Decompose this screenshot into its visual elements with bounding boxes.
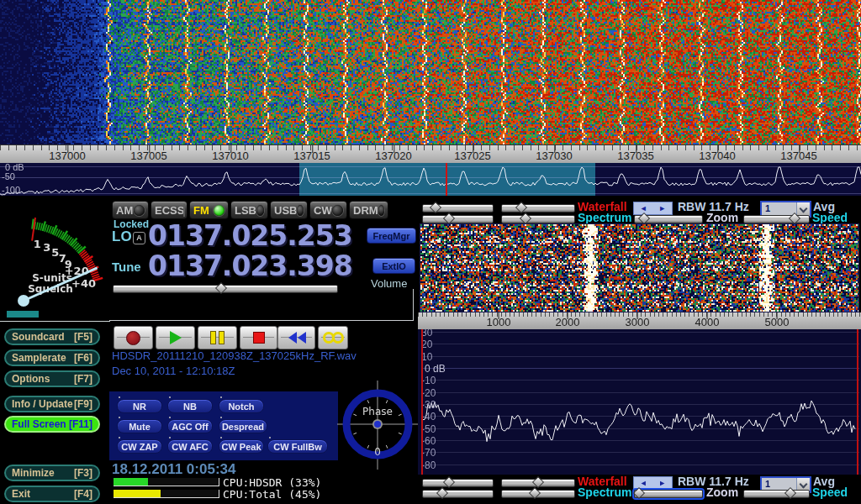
nb-button[interactable]: NB [167, 399, 213, 413]
record-button[interactable] [114, 326, 153, 349]
spectrum-upper-slider-2[interactable] [422, 490, 494, 498]
squelch-slider[interactable] [7, 311, 39, 318]
tune-frequency-display[interactable]: 0137.023.398 [148, 252, 352, 280]
slider-thumb[interactable] [515, 202, 527, 213]
cw-afc-button[interactable]: CW AFC [167, 439, 213, 454]
db-label: -30 [421, 400, 436, 410]
minimize-button[interactable]: Minimize[F3] [4, 465, 100, 481]
button-label: Samplerate [12, 352, 66, 364]
volume-slider[interactable] [113, 285, 338, 293]
mode-fm-button[interactable]: FM [189, 201, 229, 219]
zoom-slider[interactable] [634, 215, 703, 223]
button-label: Minimize [12, 467, 55, 479]
mode-lsb-button[interactable]: LSB [230, 201, 268, 219]
db-label: -100 [2, 186, 20, 195]
cpu-total-bar [114, 490, 219, 498]
mode-am-button[interactable]: AM [112, 201, 149, 219]
slider-thumb[interactable] [436, 487, 448, 499]
exit-button[interactable]: Exit[F4] [4, 486, 100, 502]
mode-usb-button[interactable]: USB [270, 201, 308, 219]
agc-button[interactable]: AGC Off [167, 419, 213, 433]
pause-icon [210, 331, 224, 344]
waterfall-lower-slider[interactable] [501, 204, 575, 213]
slider-thumb[interactable] [443, 476, 455, 488]
cw-zap-button[interactable]: CW ZAP [117, 439, 162, 454]
despread-button[interactable]: Despread [219, 419, 267, 433]
loop-button[interactable] [318, 326, 348, 349]
waterfall-lower-slider-2[interactable] [501, 479, 575, 487]
play-button[interactable] [156, 326, 195, 349]
waterfall-shift-spinner[interactable]: ◄ ► [633, 202, 673, 215]
stop-button[interactable] [240, 326, 277, 349]
divider [0, 321, 110, 322]
cw-fullbw-button[interactable]: CW FullBw [267, 439, 328, 454]
mode-cw-button[interactable]: CW [309, 201, 347, 219]
slider-thumb[interactable] [633, 487, 645, 499]
rewind-button[interactable] [277, 326, 315, 349]
spectrum-label: Spectrum [578, 212, 632, 223]
audio-frequency-scale[interactable]: 1000 2000 3000 4000 5000 [418, 312, 861, 329]
slider-thumb[interactable] [520, 213, 531, 224]
spin-left-icon[interactable]: ◄ [640, 480, 647, 487]
slider-thumb[interactable] [443, 213, 455, 224]
info-update-button[interactable]: Info / Update[F9] [4, 396, 100, 412]
rf-spectrum-display[interactable]: 0 dB -50 -100 [0, 163, 861, 196]
pause-button[interactable] [198, 326, 237, 349]
audio-scale-tick: 4000 [695, 316, 720, 328]
waterfall-upper-slider-2[interactable] [422, 479, 494, 487]
spectrum-upper-slider[interactable] [422, 215, 494, 223]
slider-thumb[interactable] [215, 282, 227, 294]
hdsdr-window: 137000 137005 137010 137015 137020 13702… [0, 0, 861, 504]
notch-button[interactable]: Notch [219, 399, 264, 413]
audio-spectrum-display[interactable]: 30 20 10 0 dB -10 -20 -30 -40 -50 -60 -7… [418, 329, 861, 475]
mode-label: AM [116, 204, 133, 217]
dropdown-arrow-icon[interactable] [796, 202, 810, 216]
volume-label: Volume [371, 277, 407, 290]
button-label: Exit [12, 488, 30, 500]
soundcard-button[interactable]: Soundcard[F5] [4, 328, 100, 345]
slider-thumb[interactable] [529, 487, 541, 499]
rf-scale-tick: 137020 [375, 150, 411, 162]
led-indicator-icon [214, 205, 224, 216]
lo-label: LO [112, 228, 132, 245]
freqmgr-button[interactable]: FreqMgr [367, 228, 416, 244]
spin-left-icon[interactable]: ◄ [640, 205, 647, 213]
extio-button[interactable]: ExtIO [372, 258, 415, 274]
zoom-slider-2[interactable] [634, 490, 703, 498]
speed-label: Speed [812, 212, 848, 223]
slider-thumb[interactable] [784, 487, 796, 499]
button-hotkey: [F7] [74, 373, 92, 385]
full-screen-button[interactable]: Full Screen[F11] [4, 416, 100, 433]
panel-border [413, 289, 414, 321]
rf-scale-tick: 137035 [617, 150, 653, 162]
rf-frequency-scale[interactable]: 137000 137005 137010 137015 137020 13702… [0, 144, 861, 163]
loop-icon [323, 332, 344, 344]
cw-peak-button[interactable]: CW Peak [219, 439, 264, 454]
mode-drm-button[interactable]: DRM [349, 201, 388, 219]
mode-label: DRM [353, 204, 378, 217]
led-indicator-icon [134, 205, 145, 216]
rf-waterfall-display[interactable] [0, 0, 861, 144]
slider-thumb[interactable] [789, 213, 800, 224]
spin-right-icon[interactable]: ► [658, 480, 666, 487]
mute-button[interactable]: Mute [117, 419, 162, 433]
waterfall-upper-slider[interactable] [422, 204, 494, 213]
spectrum-lower-slider-2[interactable] [501, 490, 575, 498]
spectrum-lower-slider[interactable] [501, 215, 575, 223]
recording-date: Dec 10, 2011 - 12:10:18Z [112, 365, 235, 377]
samplerate-button[interactable]: Samplerate[F6] [4, 349, 100, 366]
mode-label: CW [314, 204, 332, 217]
spin-right-icon[interactable]: ► [658, 205, 666, 213]
slider-thumb[interactable] [638, 213, 650, 224]
lo-frequency-display[interactable]: 0137.025.253 [148, 222, 352, 249]
cpu-total-fill [114, 490, 161, 497]
audio-waterfall-display[interactable] [420, 224, 858, 312]
slider-thumb[interactable] [430, 202, 441, 213]
options-button[interactable]: Options[F7] [4, 370, 100, 387]
mode-ecss-button[interactable]: ECSS [151, 201, 188, 219]
nr-button[interactable]: NR [117, 399, 162, 413]
cpu-hdsdr-fill [114, 478, 148, 486]
speed-slider[interactable] [743, 215, 810, 223]
auto-lo-badge[interactable]: A [133, 232, 145, 244]
speed-slider-2[interactable] [743, 490, 810, 498]
